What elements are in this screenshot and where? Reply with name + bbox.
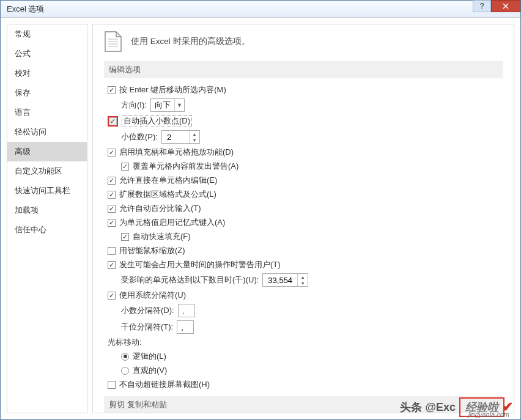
sidebar-item-trust-center[interactable]: 信任中心 [7,220,87,240]
opt-auto-decimal: 自动插入小数点(D) [104,115,503,127]
sidebar-item-proofing[interactable]: 校对 [7,64,87,83]
label-flash-fill: 自动快速填充(F) [133,231,191,242]
label-decimal-sep: 小数分隔符(D): [121,305,174,316]
watermark-url: jingyanla.com [468,411,509,418]
checkbox-overwrite-warn[interactable] [121,163,129,171]
spinner-cells-value: 33,554 [263,274,297,286]
opt-no-hyperlink-screenshot: 不自动超链接屏幕截图(H) [104,379,503,390]
opt-cursor-logical: 逻辑的(L) [104,351,503,362]
label-system-sep: 使用系统分隔符(U) [119,290,186,301]
opt-cursor-visual: 直观的(V) [104,365,503,376]
label-autocomplete: 为单元格值启用记忆式键入(A) [119,217,225,228]
checkbox-fill-handle[interactable] [108,149,116,157]
opt-enter-move: 按 Enter 键后移动所选内容(M) [104,84,503,95]
header-text: 使用 Excel 时采用的高级选项。 [131,36,250,47]
checkbox-intellimouse[interactable] [108,247,116,255]
highlight-auto-decimal [108,116,118,127]
label-overwrite-warn: 覆盖单元格内容前发出警告(A) [133,161,238,172]
checkbox-percent-entry[interactable] [108,205,116,213]
spinner-up-icon[interactable]: ▲ [190,131,199,137]
spinner-down-icon[interactable]: ▼ [298,280,308,286]
main-panel: 使用 Excel 时采用的高级选项。 编辑选项 按 Enter 键后移动所选内容… [92,24,514,413]
options-window: Excel 选项 ? 常规 公式 校对 保存 语言 轻松访问 高级 自定义功能区… [0,0,521,420]
radio-logical[interactable] [121,353,129,361]
spinner-decimal-value: 2 [162,131,189,143]
checkbox-auto-decimal[interactable] [109,117,117,125]
sidebar-item-save[interactable]: 保存 [7,83,87,103]
sidebar-item-formulas[interactable]: 公式 [7,44,87,64]
opt-intellimouse: 用智能鼠标缩放(Z) [104,245,503,256]
opt-thousands-sep: 千位分隔符(T): , [104,320,503,334]
opt-decimal-places: 小位数(P): 2 ▲▼ [104,130,503,144]
input-decimal-sep[interactable]: . [178,304,195,317]
label-visual: 直观的(V) [133,365,167,376]
checkbox-autocomplete[interactable] [108,219,116,227]
document-icon [104,31,122,53]
spinner-cells-threshold[interactable]: 33,554 ▲▼ [262,273,308,287]
checkbox-edit-in-cell[interactable] [108,177,116,185]
combo-direction-value: 向下 [151,100,174,111]
sidebar-item-customize-ribbon[interactable]: 自定义功能区 [7,161,87,181]
checkbox-no-hyperlink[interactable] [108,381,116,389]
label-thousands-sep: 千位分隔符(T): [121,322,173,333]
watermark-toutiao: 头条 @Exc [400,400,456,414]
label-decimal-places: 小位数(P): [121,131,158,142]
checkbox-extend-formats[interactable] [108,191,116,199]
label-percent-entry: 允许自动百分比输入(T) [119,203,201,214]
opt-overwrite-warn: 覆盖单元格内容前发出警告(A) [104,161,503,172]
label-fill-handle: 启用填充柄和单元格拖放功能(D) [119,147,234,158]
label-logical: 逻辑的(L) [133,351,166,362]
label-cells-threshold: 受影响的单元格达到以下数目时(千)(U): [121,274,259,286]
spinner-buttons: ▲▼ [189,131,199,143]
label-direction: 方向(I): [121,100,147,111]
checkbox-time-warn[interactable] [108,261,116,269]
opt-decimal-sep: 小数分隔符(D): . [104,304,503,317]
titlebar-buttons: ? [473,0,520,12]
content-area: 常规 公式 校对 保存 语言 轻松访问 高级 自定义功能区 快速访问工具栏 加载… [1,18,520,419]
section-editing-options: 编辑选项 [104,61,503,78]
window-title: Excel 选项 [7,4,44,15]
opt-system-sep: 使用系统分隔符(U) [104,290,503,301]
opt-direction: 方向(I): 向下 ▼ [104,98,503,112]
label-time-warn: 发生可能会占用大量时间的操作时警告用户(T) [119,259,281,270]
label-no-hyperlink: 不自动超链接屏幕截图(H) [119,379,210,390]
close-icon [503,3,509,9]
sidebar-item-advanced[interactable]: 高级 [7,142,87,161]
opt-time-warn: 发生可能会占用大量时间的操作时警告用户(T) [104,259,503,270]
opt-extend-formats: 扩展数据区域格式及公式(L) [104,189,503,200]
help-button[interactable]: ? [473,0,491,12]
opt-flash-fill: 自动快速填充(F) [104,231,503,242]
opt-edit-in-cell: 允许直接在单元格内编辑(E) [104,175,503,186]
checkbox-system-sep[interactable] [108,292,116,300]
checkbox-flash-fill[interactable] [121,233,129,241]
label-intellimouse: 用智能鼠标缩放(Z) [119,245,185,256]
label-extend-formats: 扩展数据区域格式及公式(L) [119,189,216,200]
sidebar-item-quick-access[interactable]: 快速访问工具栏 [7,181,87,201]
label-edit-in-cell: 允许直接在单元格内编辑(E) [119,175,217,186]
sidebar: 常规 公式 校对 保存 语言 轻松访问 高级 自定义功能区 快速访问工具栏 加载… [7,24,87,413]
spinner-buttons: ▲▼ [297,274,308,286]
titlebar: Excel 选项 ? [1,1,520,18]
header-row: 使用 Excel 时采用的高级选项。 [104,31,503,53]
sidebar-item-general[interactable]: 常规 [7,24,87,44]
checkbox-enter-move[interactable] [108,86,116,94]
chevron-down-icon: ▼ [174,99,184,111]
input-thousands-sep[interactable]: , [177,320,194,334]
close-button[interactable] [491,0,520,12]
sidebar-item-addins[interactable]: 加载项 [7,201,87,220]
opt-percent-entry: 允许自动百分比输入(T) [104,203,503,214]
label-enter-move: 按 Enter 键后移动所选内容(M) [119,84,226,95]
radio-visual[interactable] [121,367,129,375]
opt-fill-handle: 启用填充柄和单元格拖放功能(D) [104,147,503,158]
spinner-decimal-places[interactable]: 2 ▲▼ [161,130,200,144]
spinner-down-icon[interactable]: ▼ [190,137,199,143]
sidebar-item-ease-of-access[interactable]: 轻松访问 [7,122,87,142]
label-auto-decimal: 自动插入小数点(D) [122,115,192,127]
combo-direction[interactable]: 向下 ▼ [150,98,185,112]
sidebar-item-language[interactable]: 语言 [7,103,87,122]
spinner-up-icon[interactable]: ▲ [298,274,308,280]
cursor-heading: 光标移动: [108,337,503,348]
opt-autocomplete: 为单元格值启用记忆式键入(A) [104,217,503,228]
opt-cells-threshold: 受影响的单元格达到以下数目时(千)(U): 33,554 ▲▼ [104,273,503,287]
